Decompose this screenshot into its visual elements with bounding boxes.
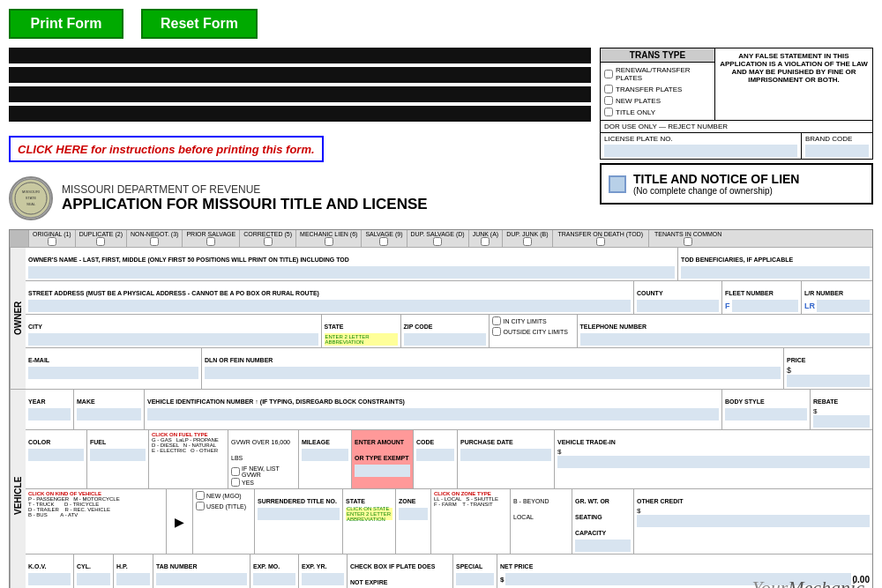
state-seal: MISSOURI STATE SEAL xyxy=(9,176,53,220)
state2-input[interactable]: CLICK ON STATE ENTER 2 LETTER ABBREVIATI… xyxy=(346,508,392,520)
brand-code-label: BRAND CODE xyxy=(805,135,852,143)
fleet-input[interactable] xyxy=(732,300,799,312)
price-label: PRICE xyxy=(787,357,805,363)
trans-option-new[interactable]: NEW PLATES xyxy=(604,96,711,105)
owner-name-input[interactable] xyxy=(28,266,675,279)
yes-checkbox[interactable] xyxy=(231,478,240,487)
cb-original[interactable]: ORIGINAL (1) xyxy=(29,230,76,247)
instructions-link-box[interactable]: CLICK HERE for instructions before print… xyxy=(9,136,324,162)
brand-code-input[interactable] xyxy=(805,145,869,157)
vin-input[interactable] xyxy=(147,408,719,421)
zip-input[interactable] xyxy=(404,333,486,346)
tod-input[interactable] xyxy=(681,266,870,279)
gvwr-checkbox[interactable] xyxy=(231,467,240,476)
svg-text:STATE: STATE xyxy=(26,196,37,200)
lr-val: LR xyxy=(804,301,815,310)
tab-input[interactable] xyxy=(156,573,247,585)
renewal-label: RENEWAL/TRANSFER PLATES xyxy=(616,66,711,82)
used-checkbox[interactable] xyxy=(196,502,205,510)
mileage-input[interactable] xyxy=(302,449,348,461)
gvwr-label: GVWR OVER 16,000 LBS xyxy=(231,439,290,461)
reset-button[interactable]: Reset Form xyxy=(141,9,258,39)
transfer-label: TRANSFER PLATES xyxy=(616,86,682,93)
transfer-checkbox[interactable] xyxy=(604,85,613,93)
dln-input[interactable] xyxy=(205,367,781,379)
new-checkbox[interactable] xyxy=(196,491,205,500)
surrendered-input[interactable] xyxy=(258,508,340,520)
fleet-label: FLEET NUMBER xyxy=(725,290,774,296)
cb-tenants[interactable]: TENANTS IN COMMON xyxy=(649,230,727,247)
cb-corrected[interactable]: CORRECTED (5) xyxy=(240,230,296,247)
make-input[interactable] xyxy=(77,408,141,421)
trans-option-renewal[interactable]: RENEWAL/TRANSFER PLATES xyxy=(604,66,711,82)
year-input[interactable] xyxy=(28,408,71,421)
cyl-label: CYL. xyxy=(77,563,91,569)
cb-mechanic-lien[interactable]: MECHANIC LIEN (6) xyxy=(296,230,362,247)
in-city-checkbox[interactable] xyxy=(492,316,501,325)
net-price-label: NET PRICE xyxy=(500,563,533,569)
rebate-input[interactable] xyxy=(813,415,870,428)
cyl-input[interactable] xyxy=(77,573,110,585)
email-input[interactable] xyxy=(28,367,198,379)
owner-name-label: OWNER'S NAME - LAST, FIRST, MIDDLE (ONLY… xyxy=(28,257,349,263)
trans-option-transfer[interactable]: TRANSFER PLATES xyxy=(604,85,711,93)
cb-dup-junk[interactable]: DUP. JUNK (B) xyxy=(503,230,552,247)
if-new-label: IF NEW, LIST GVWR xyxy=(242,465,295,478)
price-val: $ xyxy=(787,366,870,375)
cb-prior-salvage[interactable]: PRIOR SALVAGE xyxy=(183,230,240,247)
fuel-input[interactable] xyxy=(90,449,146,461)
title-only-checkbox[interactable] xyxy=(604,108,613,116)
lr-input[interactable] xyxy=(817,300,870,312)
title-notice-checkbox[interactable] xyxy=(609,175,626,193)
outside-city-checkbox[interactable] xyxy=(492,327,501,336)
gr-wt-label: GR. WT. OR SEATING CAPACITY xyxy=(575,498,609,536)
zone-input[interactable] xyxy=(399,508,428,520)
zone-label: ZONE xyxy=(399,498,415,504)
purchase-date-label: PURCHASE DATE xyxy=(460,439,513,445)
color-input[interactable] xyxy=(28,449,84,461)
cb-tod[interactable]: TRANSFER ON DEATH (TOD) xyxy=(553,230,650,247)
svg-text:MISSOURI: MISSOURI xyxy=(22,190,40,194)
cb-dup-salvage[interactable]: DUP. SALVAGE (D) xyxy=(407,230,469,247)
body-style-input[interactable] xyxy=(725,408,807,421)
watermark-mechanic: Mechanic xyxy=(788,577,864,588)
state-input[interactable]: ENTER 2 LETTER ABBREVIATION xyxy=(325,333,398,346)
arrow-indicator: ▶ xyxy=(175,515,184,529)
telephone-input[interactable] xyxy=(580,333,871,346)
other-credit-input[interactable] xyxy=(637,515,870,527)
kov-label: K.O.V. xyxy=(28,563,46,569)
title-notice-label: TITLE AND NOTICE OF LIEN xyxy=(633,172,799,186)
purchase-date-input[interactable] xyxy=(460,449,551,461)
print-button[interactable]: Print Form xyxy=(9,9,123,39)
year-label: YEAR xyxy=(28,398,45,405)
exp-mo-input[interactable] xyxy=(253,573,295,585)
city-input[interactable] xyxy=(28,333,318,346)
gr-wt-input[interactable] xyxy=(575,540,631,552)
cb-non-negot[interactable]: NON-NEGOT. (3) xyxy=(127,230,183,247)
trade-in-input[interactable] xyxy=(557,456,870,468)
cb-duplicate[interactable]: DUPLICATE (2) xyxy=(76,230,127,247)
department-header: MISSOURI STATE SEAL MISSOURI DEPARTMENT … xyxy=(9,176,591,220)
trans-option-title[interactable]: TITLE ONLY xyxy=(604,108,711,116)
license-plate-input[interactable] xyxy=(604,145,797,157)
city-label: CITY xyxy=(28,324,42,330)
new-plates-checkbox[interactable] xyxy=(604,96,613,105)
warning-text: ANY FALSE STATEMENT IN THIS APPLICATION … xyxy=(715,48,872,120)
kov-input[interactable] xyxy=(28,573,71,585)
redacted-info xyxy=(9,48,591,122)
exp-yr-input[interactable] xyxy=(302,573,344,585)
cb-junk[interactable]: JUNK (A) xyxy=(469,230,504,247)
fleet-val: F xyxy=(725,301,730,310)
street-input[interactable] xyxy=(28,300,631,312)
price-input[interactable] xyxy=(787,375,870,387)
enter-input[interactable] xyxy=(355,465,410,477)
instructions-link-text[interactable]: CLICK HERE for instructions before print… xyxy=(18,143,315,156)
special-input[interactable] xyxy=(456,573,494,585)
county-input[interactable] xyxy=(637,300,719,312)
cb-salvage[interactable]: SALVAGE (9) xyxy=(362,230,407,247)
dln-label: DLN OR FEIN NUMBER xyxy=(205,357,273,363)
hp-input[interactable] xyxy=(116,573,150,585)
renewal-checkbox[interactable] xyxy=(604,70,613,78)
watermark-your: Your xyxy=(751,577,788,588)
code-input[interactable] xyxy=(416,449,454,461)
